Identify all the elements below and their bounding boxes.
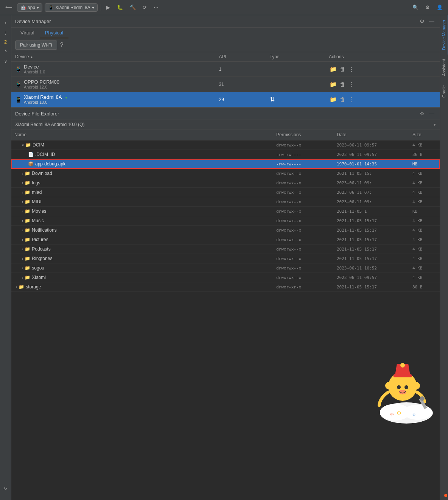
badge-number: 2: [4, 39, 7, 45]
more-button[interactable]: ⋯: [151, 3, 161, 12]
file-date: 2021-11-05 15:17: [334, 246, 409, 253]
expand-icon: ›: [22, 228, 23, 232]
help-icon[interactable]: ?: [60, 42, 64, 48]
col-permissions: Permissions: [273, 131, 334, 139]
profile-button[interactable]: 👤: [434, 3, 445, 12]
list-item[interactable]: › 📁 Download drwxrwx--x 2021-11-05 15: 4…: [11, 169, 440, 178]
device-row[interactable]: 📱 Xiaomi Redmi 8A ● Android 10.0 29 ⇅ 📁 …: [11, 92, 440, 107]
file-size: 4 KB: [409, 227, 440, 234]
device-manager-panel: Device Manager ⚙ — Virtual Physical Pair…: [11, 15, 440, 107]
list-item[interactable]: › 📁 Podcasts drwxrwx--x 2021-11-05 15:17…: [11, 245, 440, 254]
file-date: 2023-06-11 09:57: [334, 142, 409, 149]
list-item[interactable]: › 📁 Notifications drwxrwx--x 2021-11-05 …: [11, 226, 440, 235]
list-item[interactable]: › 📁 Music drwxrwx--x 2021-11-05 15:17 4 …: [11, 216, 440, 226]
tab-virtual[interactable]: Virtual: [15, 28, 40, 39]
file-size: KB: [409, 208, 440, 215]
main-toolbar: ⟵ 🤖 app ▾ 📱 Xiaomi Redmi 8A ▾ ▶ 🐛 🔨 ⟳ ⋯ …: [0, 0, 448, 15]
settings-icon-btn[interactable]: ⚙: [418, 17, 426, 25]
list-item[interactable]: › 📁 Ringtones drwxrwx--x 2021-11-05 15:1…: [11, 254, 440, 263]
build-button[interactable]: 🔨: [128, 3, 138, 12]
device-row[interactable]: 📱 OPPO PCRM00 Android 12.0 31 📁 🗑 ⋮: [11, 77, 440, 92]
file-name-text: storage: [26, 284, 41, 290]
menu-btn[interactable]: ⋮: [1, 29, 10, 38]
file-name-text: Xiaomi: [32, 275, 46, 280]
phone-icon: 📱: [15, 66, 22, 72]
folder-action-icon[interactable]: 📁: [329, 80, 338, 89]
list-item[interactable]: › 📁 Pictures drwxrwx--x 2021-11-05 15:17…: [11, 235, 440, 245]
tab-physical[interactable]: Physical: [40, 28, 68, 39]
expand-icon: ›: [22, 181, 23, 185]
device-actions: 📁 🗑 ⋮: [325, 92, 440, 107]
phone-icon: 📱: [48, 5, 54, 10]
more-action-icon[interactable]: ⋮: [348, 95, 355, 104]
file-permissions: drwxrwx--x: [273, 208, 334, 215]
apk-icon: 📦: [28, 161, 34, 167]
settings-button[interactable]: ⚙: [423, 3, 432, 12]
file-explorer-minimize-btn[interactable]: —: [428, 110, 436, 117]
file-explorer-device-selector[interactable]: Xiaomi Redmi 8A Android 10.0 (Q) ▾: [11, 120, 440, 129]
device-selector-top[interactable]: 📱 Xiaomi Redmi 8A ▾: [45, 3, 98, 12]
file-size: 4 KB: [409, 189, 440, 196]
file-permissions: drwxrwx--x: [273, 227, 334, 234]
device-row[interactable]: 📱 Device Android 1.0 1 📁 🗑 ⋮: [11, 62, 440, 77]
debug-button[interactable]: 🐛: [115, 3, 125, 12]
list-item[interactable]: › 📁 miad drwxrwx--x 2023-06-11 07: 4 KB: [11, 188, 440, 197]
list-item[interactable]: › 📁 MIUI drwxrwx--x 2023-06-11 09: 4 KB: [11, 197, 440, 207]
up-btn[interactable]: ∧: [1, 46, 10, 55]
right-tab-assistant[interactable]: Assistant: [440, 55, 448, 81]
phone-icon: 📱: [15, 81, 22, 87]
pair-wifi-button[interactable]: Pair using Wi-Fi: [15, 40, 57, 50]
col-name: Name: [11, 131, 273, 139]
collapse-btn[interactable]: ‹: [1, 18, 10, 27]
file-name-text: DCIM: [33, 142, 44, 148]
more-action-icon[interactable]: ⋮: [348, 65, 355, 73]
file-date: 2023-06-11 10:52: [334, 265, 409, 272]
file-name-text: miad: [32, 190, 42, 195]
right-tab-gradle[interactable]: Gradle: [440, 81, 448, 102]
delete-action-icon[interactable]: 🗑: [339, 65, 346, 73]
list-item[interactable]: 📄 .DCIM_ID -rw-rw---- 2023-06-11 09:57 3…: [11, 150, 440, 159]
list-item[interactable]: › 📁 storage drwxr-xr-x 2021-11-05 15:17 …: [11, 282, 440, 292]
file-name-text: Ringtones: [32, 256, 52, 261]
list-item[interactable]: › 📁 logs drwxrwx--x 2023-06-11 09: 4 KB: [11, 178, 440, 188]
list-item[interactable]: › 📁 sogou drwxrwx--x 2023-06-11 10:52 4 …: [11, 263, 440, 273]
more-action-icon[interactable]: ⋮: [348, 80, 355, 89]
online-dot: ●: [64, 95, 67, 100]
file-size: 4 KB: [409, 170, 440, 177]
col-device[interactable]: Device: [11, 52, 215, 62]
delete-action-icon[interactable]: 🗑: [339, 80, 346, 88]
folder-action-icon[interactable]: 📁: [329, 65, 338, 73]
file-permissions: drwxrwx--x: [273, 236, 334, 243]
run-button[interactable]: ▶: [104, 3, 112, 12]
file-size: 4 KB: [409, 236, 440, 243]
delete-action-icon[interactable]: 🗑: [339, 95, 346, 103]
file-permissions: drwxrwx--x: [273, 274, 334, 281]
device-api: 1: [215, 62, 266, 77]
main-layout: ‹ ⋮ 2 ∧ ∨ /> Device Manager ⚙ — Virtual …: [0, 15, 448, 500]
file-name-cell: › 📁 logs: [11, 179, 273, 187]
down-btn[interactable]: ∨: [1, 57, 10, 66]
file-name-text: Notifications: [32, 227, 56, 233]
file-explorer-panel: Device File Explorer ⚙ — Xiaomi Redmi 8A…: [11, 107, 440, 500]
col-size: Size: [409, 131, 440, 139]
sync-button[interactable]: ⟳: [140, 3, 149, 12]
folder-action-icon[interactable]: 📁: [329, 95, 338, 104]
search-button[interactable]: 🔍: [410, 3, 421, 12]
list-item[interactable]: 📦 app-debug.apk -rw-rw---- 1970-01-01 14…: [11, 159, 440, 169]
right-tab-device-manager[interactable]: Device Manager: [440, 15, 448, 55]
file-size: 80 B: [409, 283, 440, 291]
file-date: 2021-11-05 15:: [334, 170, 409, 177]
file-name-cell: › 📁 sogou: [11, 264, 273, 272]
file-date: 2023-06-11 09:57: [334, 151, 409, 158]
minimize-btn[interactable]: —: [428, 17, 436, 25]
device-manager-tabs: Virtual Physical: [11, 28, 440, 38]
folder-icon: 📁: [25, 275, 30, 280]
file-explorer-settings-btn[interactable]: ⚙: [418, 110, 426, 117]
file-explorer-header: Device File Explorer ⚙ —: [11, 107, 440, 120]
list-item[interactable]: › 📁 Xiaomi drwxrwx--x 2023-06-11 09:57 4…: [11, 273, 440, 282]
file-size: 4 KB: [409, 255, 440, 262]
app-selector[interactable]: 🤖 app ▾: [17, 3, 42, 12]
back-button[interactable]: ⟵: [3, 3, 15, 12]
list-item[interactable]: › 📁 Movies drwxrwx--x 2021-11-05 1 KB: [11, 207, 440, 216]
list-item[interactable]: ▾ 📁 DCIM drwxrwx--x 2023-06-11 09:57 4 K…: [11, 140, 440, 150]
